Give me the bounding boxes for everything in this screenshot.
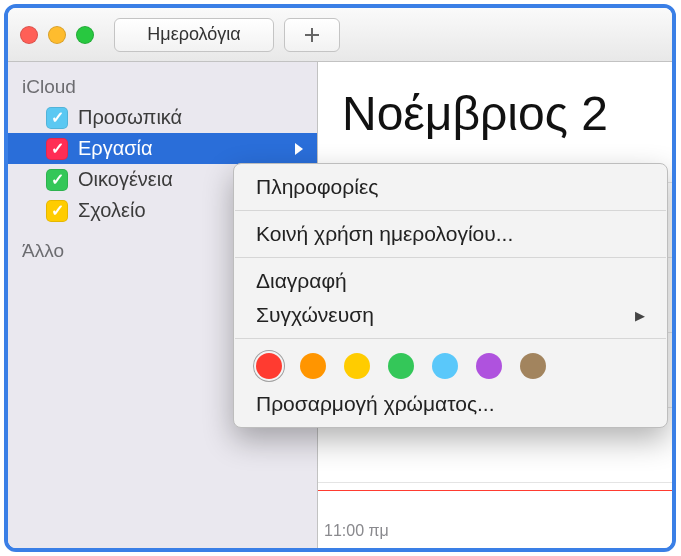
- menu-item-share[interactable]: Κοινή χρήση ημερολογίου...: [234, 217, 667, 251]
- menu-separator: [235, 257, 666, 258]
- color-swatch-orange[interactable]: [300, 353, 326, 379]
- checkbox-icon[interactable]: [46, 138, 68, 160]
- app-window: Ημερολόγια iCloud Προσωπικά Εργασία Οικο…: [4, 4, 676, 552]
- color-swatch-row: [234, 345, 667, 387]
- sidebar-item-personal[interactable]: Προσωπικά: [8, 102, 317, 133]
- menu-item-merge[interactable]: Συγχώνευση: [234, 298, 667, 332]
- context-menu: Πληροφορίες Κοινή χρήση ημερολογίου... Δ…: [233, 163, 668, 428]
- sidebar-item-label: Σχολείο: [78, 199, 146, 222]
- add-button[interactable]: [284, 18, 340, 52]
- menu-item-label: Διαγραφή: [256, 269, 347, 293]
- color-swatch-green[interactable]: [388, 353, 414, 379]
- plus-icon: [302, 25, 322, 45]
- checkbox-icon[interactable]: [46, 200, 68, 222]
- color-swatch-purple[interactable]: [476, 353, 502, 379]
- color-swatch-red[interactable]: [256, 353, 282, 379]
- current-time-line: [318, 490, 672, 491]
- sidebar-item-work[interactable]: Εργασία: [8, 133, 317, 164]
- checkbox-icon[interactable]: [46, 169, 68, 191]
- sidebar-item-label: Εργασία: [78, 137, 153, 160]
- color-swatch-yellow[interactable]: [344, 353, 370, 379]
- color-swatch-brown[interactable]: [520, 353, 546, 379]
- sidebar-item-label: Προσωπικά: [78, 106, 182, 129]
- menu-item-label: Πληροφορίες: [256, 175, 378, 199]
- checkbox-icon[interactable]: [46, 107, 68, 129]
- menu-item-label: Συγχώνευση: [256, 303, 374, 327]
- calendar-row: [318, 482, 672, 552]
- close-icon[interactable]: [20, 26, 38, 44]
- sidebar-section-icloud: iCloud: [8, 72, 317, 102]
- titlebar: Ημερολόγια: [8, 8, 672, 62]
- calendars-button-label: Ημερολόγια: [147, 24, 240, 45]
- minimize-icon[interactable]: [48, 26, 66, 44]
- menu-item-delete[interactable]: Διαγραφή: [234, 264, 667, 298]
- menu-item-info[interactable]: Πληροφορίες: [234, 170, 667, 204]
- sidebar-item-label: Οικογένεια: [78, 168, 173, 191]
- menu-separator: [235, 210, 666, 211]
- maximize-icon[interactable]: [76, 26, 94, 44]
- month-title: Νοέμβριος 2: [318, 62, 672, 141]
- menu-separator: [235, 338, 666, 339]
- menu-item-custom-color[interactable]: Προσαρμογή χρώματος...: [234, 387, 667, 421]
- menu-item-label: Κοινή χρήση ημερολογίου...: [256, 222, 513, 246]
- menu-item-label: Προσαρμογή χρώματος...: [256, 392, 495, 416]
- calendars-button[interactable]: Ημερολόγια: [114, 18, 274, 52]
- color-swatch-blue[interactable]: [432, 353, 458, 379]
- window-controls: [20, 26, 94, 44]
- time-label: 11:00 πμ: [324, 522, 389, 540]
